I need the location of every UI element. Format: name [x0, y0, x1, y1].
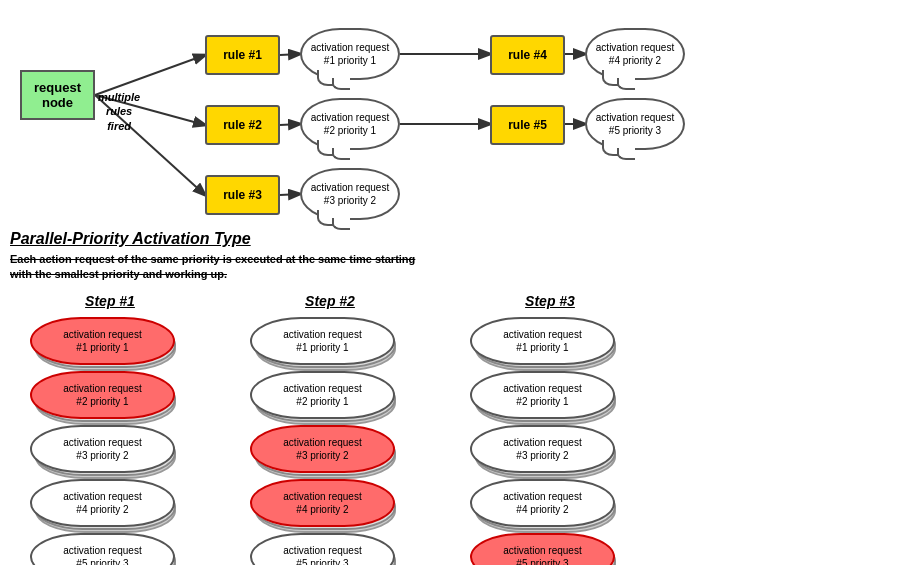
stack-cloud-2-4: activation request #4 priority 2: [250, 479, 395, 527]
stack-cloud-1-1: activation request #1 priority 1: [30, 317, 175, 365]
cloud-3: activation request #3 priority 2: [300, 168, 400, 220]
stack-cloud-1-4: activation request #4 priority 2: [30, 479, 175, 527]
stack-item-2-4: activation request #4 priority 2: [250, 479, 405, 527]
stack-cloud-3-4: activation request #4 priority 2: [470, 479, 615, 527]
bottom-section: Parallel-Priority Activation Type Each a…: [10, 230, 890, 565]
stack-cloud-3-2: activation request #2 priority 1: [470, 371, 615, 419]
svg-line-4: [280, 124, 300, 125]
section-desc: Each action request of the same priority…: [10, 252, 430, 283]
stack-item-2-1: activation request #1 priority 1: [250, 317, 405, 365]
stack-item-3-4: activation request #4 priority 2: [470, 479, 625, 527]
cloud-1: activation request #1 priority 1: [300, 28, 400, 80]
cloud-stack-1: activation request #1 priority 1activati…: [30, 317, 190, 565]
stack-cloud-3-1: activation request #1 priority 1: [470, 317, 615, 365]
stack-item-2-2: activation request #2 priority 1: [250, 371, 405, 419]
cloud-4: activation request #4 priority 2: [585, 28, 685, 80]
cloud-5: activation request #5 priority 3: [585, 98, 685, 150]
stack-item-1-5: activation request #5 priority 3: [30, 533, 185, 565]
step-column-3: Step #3activation request #1 priority 1a…: [450, 293, 650, 565]
request-node: request node: [20, 70, 95, 120]
stack-item-1-4: activation request #4 priority 2: [30, 479, 185, 527]
rule-box-5: rule #5: [490, 105, 565, 145]
step-column-1: Step #1activation request #1 priority 1a…: [10, 293, 210, 565]
stack-cloud-1-5: activation request #5 priority 3: [30, 533, 175, 565]
stack-item-3-5: activation request #5 priority 3: [470, 533, 625, 565]
section-title: Parallel-Priority Activation Type: [10, 230, 890, 248]
stack-cloud-2-1: activation request #1 priority 1: [250, 317, 395, 365]
rule-box-1: rule #1: [205, 35, 280, 75]
stack-item-3-1: activation request #1 priority 1: [470, 317, 625, 365]
stack-item-2-5: activation request #5 priority 3: [250, 533, 405, 565]
rule-box-3: rule #3: [205, 175, 280, 215]
stack-item-1-2: activation request #2 priority 1: [30, 371, 185, 419]
stack-cloud-1-2: activation request #2 priority 1: [30, 371, 175, 419]
stack-cloud-3-3: activation request #3 priority 2: [470, 425, 615, 473]
stack-item-1-1: activation request #1 priority 1: [30, 317, 185, 365]
stack-cloud-2-2: activation request #2 priority 1: [250, 371, 395, 419]
cloud-stack-3: activation request #1 priority 1activati…: [470, 317, 630, 565]
step-title-3: Step #3: [525, 293, 575, 309]
cloud-stack-2: activation request #1 priority 1activati…: [250, 317, 410, 565]
stack-cloud-2-5: activation request #5 priority 3: [250, 533, 395, 565]
stack-item-1-3: activation request #3 priority 2: [30, 425, 185, 473]
stack-cloud-3-5: activation request #5 priority 3: [470, 533, 615, 565]
svg-line-0: [95, 55, 205, 95]
stack-cloud-1-3: activation request #3 priority 2: [30, 425, 175, 473]
stack-item-2-3: activation request #3 priority 2: [250, 425, 405, 473]
steps-container: Step #1activation request #1 priority 1a…: [10, 293, 890, 565]
step-column-2: Step #2activation request #1 priority 1a…: [230, 293, 430, 565]
stack-item-3-3: activation request #3 priority 2: [470, 425, 625, 473]
step-title-1: Step #1: [85, 293, 135, 309]
top-diagram: request node multiplerulesfired rule #1 …: [10, 10, 890, 230]
cloud-2: activation request #2 priority 1: [300, 98, 400, 150]
rule-box-4: rule #4: [490, 35, 565, 75]
rule-box-2: rule #2: [205, 105, 280, 145]
multiple-rules-label: multiplerulesfired: [98, 90, 140, 133]
stack-item-3-2: activation request #2 priority 1: [470, 371, 625, 419]
stack-cloud-2-3: activation request #3 priority 2: [250, 425, 395, 473]
svg-line-3: [280, 54, 300, 55]
step-title-2: Step #2: [305, 293, 355, 309]
svg-line-5: [280, 194, 300, 195]
